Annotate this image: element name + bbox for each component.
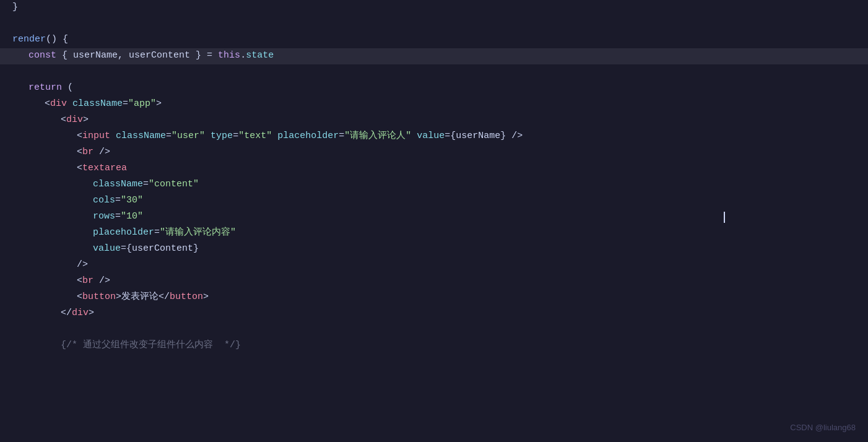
code-text: render() { — [0, 32, 68, 47]
code-text: value={userContent} — [0, 241, 199, 256]
code-text — [0, 322, 18, 337]
code-text: /> — [0, 258, 88, 272]
code-text: </div> — [0, 306, 94, 321]
code-line — [0, 64, 868, 80]
code-text: const { userName, userContent } = this.s… — [0, 48, 274, 63]
code-line: placeholder="请输入评论内容" — [0, 225, 868, 241]
code-text: } — [0, 0, 18, 15]
text-cursor — [723, 210, 725, 225]
code-editor: } render() { const { userName, userConte… — [0, 0, 868, 442]
code-text: return ( — [0, 80, 73, 95]
code-text: <button>发表评论</button> — [0, 290, 209, 305]
code-line: cols="30" — [0, 193, 868, 209]
code-line: <div className="app"> — [0, 97, 868, 113]
code-text: <div className="app"> — [0, 97, 162, 111]
code-line: render() { — [0, 32, 868, 48]
code-text: placeholder="请输入评论内容" — [0, 225, 236, 240]
code-line: {/* 通过父组件改变子组件什么内容 */} — [0, 338, 868, 354]
code-text: rows="10" — [0, 209, 143, 224]
watermark: CSDN @liulang68 — [790, 422, 856, 435]
code-text — [0, 64, 18, 79]
code-text: <input className="user" type="text" plac… — [0, 129, 523, 144]
code-line — [0, 322, 868, 338]
code-line: className="content" — [0, 177, 868, 193]
code-text: {/* 通过父组件改变子组件什么内容 */} — [0, 338, 241, 353]
code-line: <input className="user" type="text" plac… — [0, 129, 868, 145]
code-line: <div> — [0, 113, 868, 129]
code-line — [0, 16, 868, 32]
code-text — [0, 16, 18, 31]
code-line: rows="10" — [0, 209, 868, 225]
code-line: <br /> — [0, 274, 868, 290]
code-line: return ( — [0, 80, 868, 97]
code-line: } — [0, 0, 868, 16]
code-text: <textarea — [0, 161, 127, 176]
code-line: <br /> — [0, 145, 868, 161]
code-text: <div> — [0, 113, 89, 128]
code-text: <br /> — [0, 274, 110, 288]
code-text: cols="30" — [0, 193, 143, 208]
code-line: value={userContent} — [0, 241, 868, 258]
code-line: <textarea — [0, 161, 868, 177]
code-text: <br /> — [0, 145, 110, 160]
code-line: <button>发表评论</button> — [0, 290, 868, 306]
code-line: /> — [0, 258, 868, 274]
code-line: </div> — [0, 306, 868, 322]
code-line-highlighted: const { userName, userContent } = this.s… — [0, 48, 868, 64]
code-text: className="content" — [0, 177, 199, 192]
